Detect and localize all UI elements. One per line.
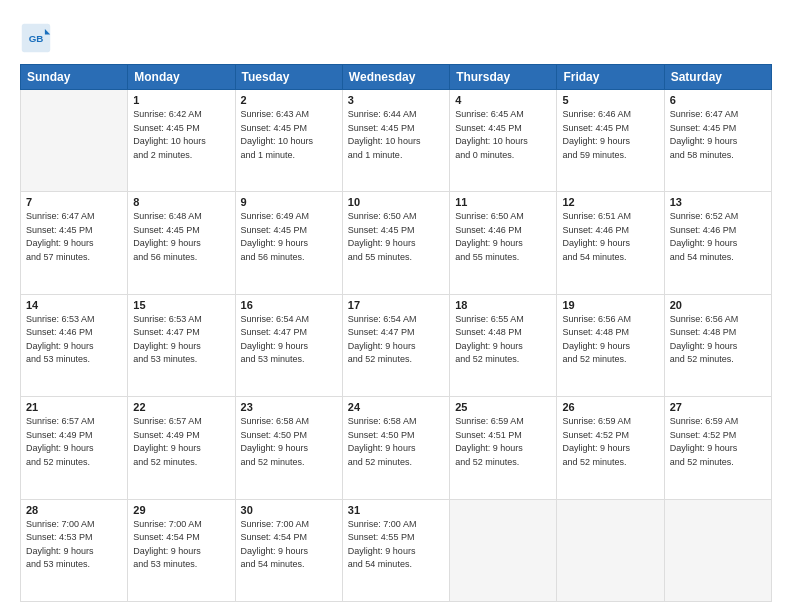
day-number: 28 <box>26 504 122 516</box>
day-info: Sunrise: 6:45 AM Sunset: 4:45 PM Dayligh… <box>455 108 551 162</box>
logo: GB <box>20 22 56 54</box>
day-info: Sunrise: 6:46 AM Sunset: 4:45 PM Dayligh… <box>562 108 658 162</box>
calendar-cell: 7Sunrise: 6:47 AM Sunset: 4:45 PM Daylig… <box>21 192 128 294</box>
day-info: Sunrise: 7:00 AM Sunset: 4:54 PM Dayligh… <box>241 518 337 572</box>
calendar-cell: 6Sunrise: 6:47 AM Sunset: 4:45 PM Daylig… <box>664 90 771 192</box>
week-row-1: 7Sunrise: 6:47 AM Sunset: 4:45 PM Daylig… <box>21 192 772 294</box>
day-number: 23 <box>241 401 337 413</box>
logo-icon: GB <box>20 22 52 54</box>
day-number: 12 <box>562 196 658 208</box>
day-number: 8 <box>133 196 229 208</box>
day-number: 22 <box>133 401 229 413</box>
calendar-cell <box>557 499 664 601</box>
day-info: Sunrise: 6:50 AM Sunset: 4:45 PM Dayligh… <box>348 210 444 264</box>
day-number: 14 <box>26 299 122 311</box>
day-info: Sunrise: 6:58 AM Sunset: 4:50 PM Dayligh… <box>348 415 444 469</box>
day-number: 9 <box>241 196 337 208</box>
day-info: Sunrise: 6:43 AM Sunset: 4:45 PM Dayligh… <box>241 108 337 162</box>
weekday-header-thursday: Thursday <box>450 65 557 90</box>
day-number: 15 <box>133 299 229 311</box>
day-info: Sunrise: 6:49 AM Sunset: 4:45 PM Dayligh… <box>241 210 337 264</box>
day-number: 1 <box>133 94 229 106</box>
day-number: 26 <box>562 401 658 413</box>
calendar-cell: 18Sunrise: 6:55 AM Sunset: 4:48 PM Dayli… <box>450 294 557 396</box>
day-info: Sunrise: 6:44 AM Sunset: 4:45 PM Dayligh… <box>348 108 444 162</box>
calendar-cell: 19Sunrise: 6:56 AM Sunset: 4:48 PM Dayli… <box>557 294 664 396</box>
calendar-cell: 2Sunrise: 6:43 AM Sunset: 4:45 PM Daylig… <box>235 90 342 192</box>
day-info: Sunrise: 7:00 AM Sunset: 4:54 PM Dayligh… <box>133 518 229 572</box>
calendar-cell: 14Sunrise: 6:53 AM Sunset: 4:46 PM Dayli… <box>21 294 128 396</box>
day-info: Sunrise: 6:57 AM Sunset: 4:49 PM Dayligh… <box>133 415 229 469</box>
day-number: 3 <box>348 94 444 106</box>
calendar-table: SundayMondayTuesdayWednesdayThursdayFrid… <box>20 64 772 602</box>
day-info: Sunrise: 6:50 AM Sunset: 4:46 PM Dayligh… <box>455 210 551 264</box>
day-number: 31 <box>348 504 444 516</box>
calendar-cell: 31Sunrise: 7:00 AM Sunset: 4:55 PM Dayli… <box>342 499 449 601</box>
day-number: 21 <box>26 401 122 413</box>
calendar-cell: 11Sunrise: 6:50 AM Sunset: 4:46 PM Dayli… <box>450 192 557 294</box>
calendar-cell: 4Sunrise: 6:45 AM Sunset: 4:45 PM Daylig… <box>450 90 557 192</box>
day-number: 30 <box>241 504 337 516</box>
day-number: 13 <box>670 196 766 208</box>
calendar-cell: 20Sunrise: 6:56 AM Sunset: 4:48 PM Dayli… <box>664 294 771 396</box>
calendar-cell <box>664 499 771 601</box>
day-number: 16 <box>241 299 337 311</box>
calendar-cell: 8Sunrise: 6:48 AM Sunset: 4:45 PM Daylig… <box>128 192 235 294</box>
day-number: 7 <box>26 196 122 208</box>
day-info: Sunrise: 6:53 AM Sunset: 4:47 PM Dayligh… <box>133 313 229 367</box>
day-info: Sunrise: 6:59 AM Sunset: 4:51 PM Dayligh… <box>455 415 551 469</box>
day-info: Sunrise: 6:57 AM Sunset: 4:49 PM Dayligh… <box>26 415 122 469</box>
calendar-cell: 12Sunrise: 6:51 AM Sunset: 4:46 PM Dayli… <box>557 192 664 294</box>
calendar-cell: 24Sunrise: 6:58 AM Sunset: 4:50 PM Dayli… <box>342 397 449 499</box>
day-number: 24 <box>348 401 444 413</box>
day-number: 20 <box>670 299 766 311</box>
day-number: 25 <box>455 401 551 413</box>
calendar-cell: 13Sunrise: 6:52 AM Sunset: 4:46 PM Dayli… <box>664 192 771 294</box>
day-info: Sunrise: 6:47 AM Sunset: 4:45 PM Dayligh… <box>26 210 122 264</box>
calendar-cell: 25Sunrise: 6:59 AM Sunset: 4:51 PM Dayli… <box>450 397 557 499</box>
day-info: Sunrise: 6:47 AM Sunset: 4:45 PM Dayligh… <box>670 108 766 162</box>
calendar-cell: 22Sunrise: 6:57 AM Sunset: 4:49 PM Dayli… <box>128 397 235 499</box>
calendar-cell: 17Sunrise: 6:54 AM Sunset: 4:47 PM Dayli… <box>342 294 449 396</box>
calendar-cell: 21Sunrise: 6:57 AM Sunset: 4:49 PM Dayli… <box>21 397 128 499</box>
calendar-cell: 5Sunrise: 6:46 AM Sunset: 4:45 PM Daylig… <box>557 90 664 192</box>
day-info: Sunrise: 6:53 AM Sunset: 4:46 PM Dayligh… <box>26 313 122 367</box>
day-number: 17 <box>348 299 444 311</box>
weekday-header-monday: Monday <box>128 65 235 90</box>
page: GB SundayMondayTuesdayWednesdayThursdayF… <box>0 0 792 612</box>
calendar-cell: 27Sunrise: 6:59 AM Sunset: 4:52 PM Dayli… <box>664 397 771 499</box>
day-info: Sunrise: 6:56 AM Sunset: 4:48 PM Dayligh… <box>670 313 766 367</box>
weekday-header-saturday: Saturday <box>664 65 771 90</box>
calendar-cell: 16Sunrise: 6:54 AM Sunset: 4:47 PM Dayli… <box>235 294 342 396</box>
weekday-header-wednesday: Wednesday <box>342 65 449 90</box>
day-info: Sunrise: 6:56 AM Sunset: 4:48 PM Dayligh… <box>562 313 658 367</box>
day-number: 11 <box>455 196 551 208</box>
day-number: 5 <box>562 94 658 106</box>
calendar-cell: 10Sunrise: 6:50 AM Sunset: 4:45 PM Dayli… <box>342 192 449 294</box>
calendar-cell: 23Sunrise: 6:58 AM Sunset: 4:50 PM Dayli… <box>235 397 342 499</box>
day-number: 6 <box>670 94 766 106</box>
weekday-header-friday: Friday <box>557 65 664 90</box>
weekday-header-row: SundayMondayTuesdayWednesdayThursdayFrid… <box>21 65 772 90</box>
day-number: 29 <box>133 504 229 516</box>
day-number: 18 <box>455 299 551 311</box>
svg-text:GB: GB <box>29 33 44 44</box>
day-info: Sunrise: 6:48 AM Sunset: 4:45 PM Dayligh… <box>133 210 229 264</box>
header: GB <box>20 18 772 54</box>
day-number: 27 <box>670 401 766 413</box>
day-info: Sunrise: 6:59 AM Sunset: 4:52 PM Dayligh… <box>562 415 658 469</box>
calendar-cell: 9Sunrise: 6:49 AM Sunset: 4:45 PM Daylig… <box>235 192 342 294</box>
week-row-3: 21Sunrise: 6:57 AM Sunset: 4:49 PM Dayli… <box>21 397 772 499</box>
weekday-header-tuesday: Tuesday <box>235 65 342 90</box>
day-number: 2 <box>241 94 337 106</box>
calendar-cell: 28Sunrise: 7:00 AM Sunset: 4:53 PM Dayli… <box>21 499 128 601</box>
day-number: 4 <box>455 94 551 106</box>
day-info: Sunrise: 6:55 AM Sunset: 4:48 PM Dayligh… <box>455 313 551 367</box>
day-info: Sunrise: 6:58 AM Sunset: 4:50 PM Dayligh… <box>241 415 337 469</box>
week-row-2: 14Sunrise: 6:53 AM Sunset: 4:46 PM Dayli… <box>21 294 772 396</box>
day-info: Sunrise: 6:54 AM Sunset: 4:47 PM Dayligh… <box>241 313 337 367</box>
calendar-cell <box>21 90 128 192</box>
day-info: Sunrise: 6:52 AM Sunset: 4:46 PM Dayligh… <box>670 210 766 264</box>
calendar-cell: 30Sunrise: 7:00 AM Sunset: 4:54 PM Dayli… <box>235 499 342 601</box>
calendar-cell: 1Sunrise: 6:42 AM Sunset: 4:45 PM Daylig… <box>128 90 235 192</box>
